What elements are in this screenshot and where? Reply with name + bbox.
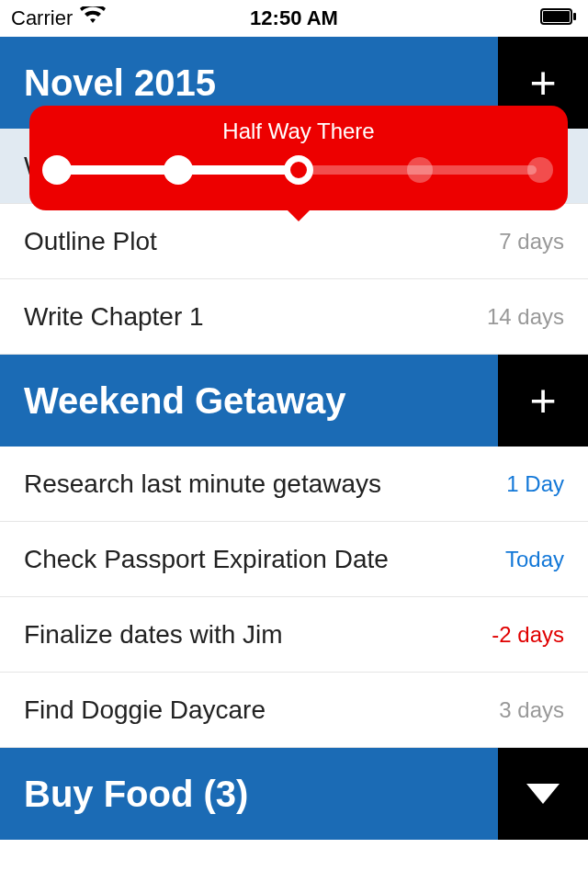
progress-step-2[interactable] xyxy=(164,155,193,185)
task-label: Research last minute getaways xyxy=(24,469,381,499)
task-label: Check Passport Expiration Date xyxy=(24,545,389,574)
task-time: 14 days xyxy=(487,304,564,330)
section-header[interactable]: Buy Food (3) xyxy=(0,748,588,840)
expand-button[interactable] xyxy=(498,748,588,840)
task-time: 3 days xyxy=(499,697,564,723)
plus-icon: + xyxy=(529,374,556,427)
section-header[interactable]: Weekend Getaway+ xyxy=(0,355,588,447)
chevron-down-icon xyxy=(526,784,560,804)
progress-popup[interactable]: Half Way There xyxy=(29,106,568,210)
popup-pointer-icon xyxy=(286,209,311,221)
task-time: 1 Day xyxy=(506,471,564,497)
plus-icon: + xyxy=(529,56,556,109)
wifi-icon xyxy=(80,6,106,30)
task-label: Outline Plot xyxy=(24,227,157,256)
status-time: 12:50 AM xyxy=(250,6,338,30)
progress-step-5[interactable] xyxy=(527,157,553,183)
progress-step-3[interactable] xyxy=(284,155,313,185)
task-row[interactable]: Write Chapter 114 days xyxy=(0,279,588,355)
section-title[interactable]: Weekend Getaway xyxy=(0,355,498,447)
task-label: Write Chapter 1 xyxy=(24,302,204,332)
carrier-label: Carrier xyxy=(11,6,73,30)
svg-rect-2 xyxy=(573,13,576,20)
status-left: Carrier xyxy=(11,6,106,30)
progress-label: Half Way There xyxy=(57,119,540,144)
task-row[interactable]: Finalize dates with Jim-2 days xyxy=(0,597,588,673)
task-row[interactable]: Check Passport Expiration DateToday xyxy=(0,522,588,597)
task-label: Find Doggie Daycare xyxy=(24,695,266,725)
status-bar: Carrier 12:50 AM xyxy=(0,0,588,37)
svg-rect-1 xyxy=(543,11,570,22)
task-row[interactable]: Research last minute getaways1 Day xyxy=(0,447,588,522)
task-time: Today xyxy=(505,547,564,572)
progress-track[interactable] xyxy=(57,155,540,185)
task-row[interactable]: Find Doggie Daycare3 days xyxy=(0,673,588,748)
progress-step-1[interactable] xyxy=(42,155,72,185)
task-label: Finalize dates with Jim xyxy=(24,620,283,650)
progress-step-4[interactable] xyxy=(407,157,433,183)
section-title[interactable]: Buy Food (3) xyxy=(0,748,498,840)
status-right xyxy=(540,6,577,30)
task-time: -2 days xyxy=(492,622,564,648)
add-button[interactable]: + xyxy=(498,355,588,447)
task-time: 7 days xyxy=(499,229,564,254)
battery-icon xyxy=(540,6,577,30)
